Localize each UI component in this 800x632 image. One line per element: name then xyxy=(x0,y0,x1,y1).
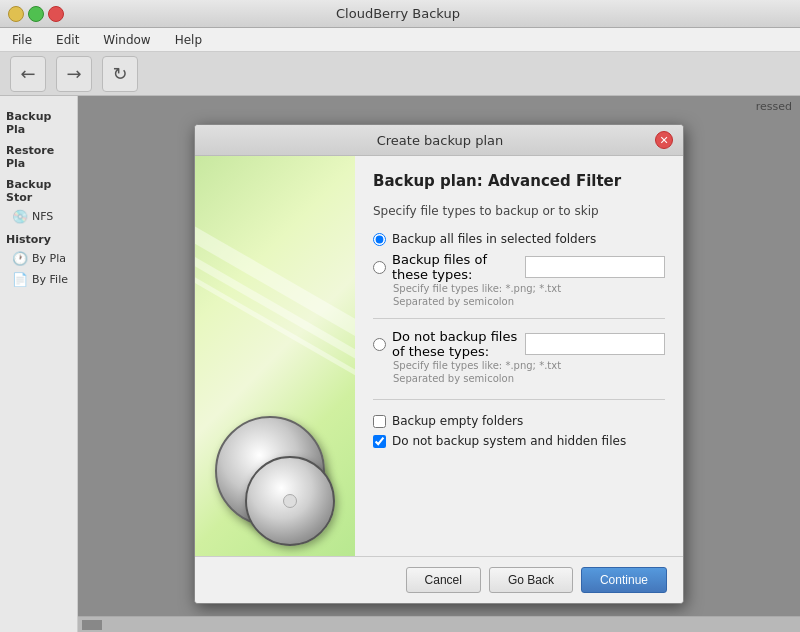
sidebar-section-backup-storage: Backup Stor xyxy=(0,176,77,206)
dialog: Create backup plan ✕ xyxy=(194,124,684,604)
checkbox-no-system-hidden[interactable] xyxy=(373,435,386,448)
sidebar-item-nfs[interactable]: 💿 NFS xyxy=(0,206,77,227)
deco-disc-2-hole xyxy=(283,494,297,508)
backup-types-input[interactable] xyxy=(525,256,665,278)
radio-backup-types-row: Backup files of these types: xyxy=(373,252,665,282)
window-controls[interactable] xyxy=(8,6,64,22)
no-backup-types-hint1: Specify file types like: *.png; *.txt xyxy=(393,359,665,372)
progress-inner xyxy=(82,620,102,630)
title-bar: CloudBerry Backup xyxy=(0,0,800,28)
radio-all-files-row: Backup all files in selected folders xyxy=(373,232,665,246)
progress-bar-area xyxy=(78,616,800,632)
separator-1 xyxy=(373,318,665,319)
sidebar-item-by-file-label: By File xyxy=(32,273,68,286)
main-layout: Backup Pla Restore Pla Backup Stor 💿 NFS… xyxy=(0,96,800,632)
menu-help[interactable]: Help xyxy=(167,31,210,49)
sidebar-section-history: History xyxy=(0,231,77,248)
sidebar-section-backup-plans: Backup Pla xyxy=(0,108,77,138)
form-section-radio: Backup all files in selected folders Bac… xyxy=(373,232,665,385)
checkbox-empty-folders[interactable] xyxy=(373,415,386,428)
radio-backup-types-label: Backup files of these types: xyxy=(392,252,519,282)
radio-backup-types[interactable] xyxy=(373,261,386,274)
deco-disc-2 xyxy=(245,456,335,546)
checkbox-no-system-hidden-label: Do not backup system and hidden files xyxy=(392,434,626,448)
menu-edit[interactable]: Edit xyxy=(48,31,87,49)
dialog-heading: Backup plan: Advanced Filter xyxy=(373,172,665,190)
radio-all-files[interactable] xyxy=(373,233,386,246)
forward-toolbar-button[interactable]: → xyxy=(56,56,92,92)
backup-types-hint1: Specify file types like: *.png; *.txt xyxy=(393,282,665,295)
checkbox-empty-folders-label: Backup empty folders xyxy=(392,414,523,428)
sidebar-item-by-file[interactable]: 📄 By File xyxy=(0,269,77,290)
dialog-title-bar: Create backup plan ✕ xyxy=(195,125,683,156)
separator-2 xyxy=(373,399,665,400)
continue-button[interactable]: Continue xyxy=(581,567,667,593)
sidebar-item-by-plan-label: By Pla xyxy=(32,252,66,265)
by-plan-icon: 🕐 xyxy=(12,251,28,266)
radio-no-backup-types-row: Do not backup files of these types: xyxy=(373,329,665,359)
sidebar: Backup Pla Restore Pla Backup Stor 💿 NFS… xyxy=(0,96,78,632)
dialog-decoration xyxy=(195,156,355,556)
dialog-title: Create backup plan xyxy=(225,133,655,148)
radio-no-backup-types[interactable] xyxy=(373,338,386,351)
menu-file[interactable]: File xyxy=(4,31,40,49)
app-toolbar: ← → ↻ xyxy=(0,52,800,96)
nfs-icon: 💿 xyxy=(12,209,28,224)
modal-overlay: Create backup plan ✕ xyxy=(78,96,800,632)
no-backup-types-input[interactable] xyxy=(525,333,665,355)
dialog-form: Backup plan: Advanced Filter Specify fil… xyxy=(355,156,683,556)
content-area: ressed Create backup plan ✕ xyxy=(78,96,800,632)
menu-bar: File Edit Window Help xyxy=(0,28,800,52)
by-file-icon: 📄 xyxy=(12,272,28,287)
form-section-checkboxes: Backup empty folders Do not backup syste… xyxy=(373,414,665,448)
radio-backup-types-container: Backup files of these types: Specify fil… xyxy=(373,252,665,308)
radio-no-backup-types-label: Do not backup files of these types: xyxy=(392,329,519,359)
minimize-button[interactable] xyxy=(8,6,24,22)
cancel-button[interactable]: Cancel xyxy=(406,567,481,593)
close-button[interactable] xyxy=(48,6,64,22)
dialog-footer: Cancel Go Back Continue xyxy=(195,556,683,603)
menu-window[interactable]: Window xyxy=(95,31,158,49)
radio-no-backup-types-container: Do not backup files of these types: Spec… xyxy=(373,329,665,385)
checkbox-no-system-hidden-row: Do not backup system and hidden files xyxy=(373,434,665,448)
no-backup-types-hint2: Separated by semicolon xyxy=(393,372,665,385)
sidebar-section-restore-plans: Restore Pla xyxy=(0,142,77,172)
dialog-body: Backup plan: Advanced Filter Specify fil… xyxy=(195,156,683,556)
refresh-toolbar-button[interactable]: ↻ xyxy=(102,56,138,92)
sidebar-item-by-plan[interactable]: 🕐 By Pla xyxy=(0,248,77,269)
sidebar-item-nfs-label: NFS xyxy=(32,210,53,223)
checkbox-empty-folders-row: Backup empty folders xyxy=(373,414,665,428)
maximize-button[interactable] xyxy=(28,6,44,22)
radio-all-files-label: Backup all files in selected folders xyxy=(392,232,596,246)
specify-label: Specify file types to backup or to skip xyxy=(373,204,665,218)
go-back-button[interactable]: Go Back xyxy=(489,567,573,593)
backup-types-hint2: Separated by semicolon xyxy=(393,295,665,308)
back-toolbar-button[interactable]: ← xyxy=(10,56,46,92)
dialog-close-button[interactable]: ✕ xyxy=(655,131,673,149)
app-title: CloudBerry Backup xyxy=(64,6,732,21)
